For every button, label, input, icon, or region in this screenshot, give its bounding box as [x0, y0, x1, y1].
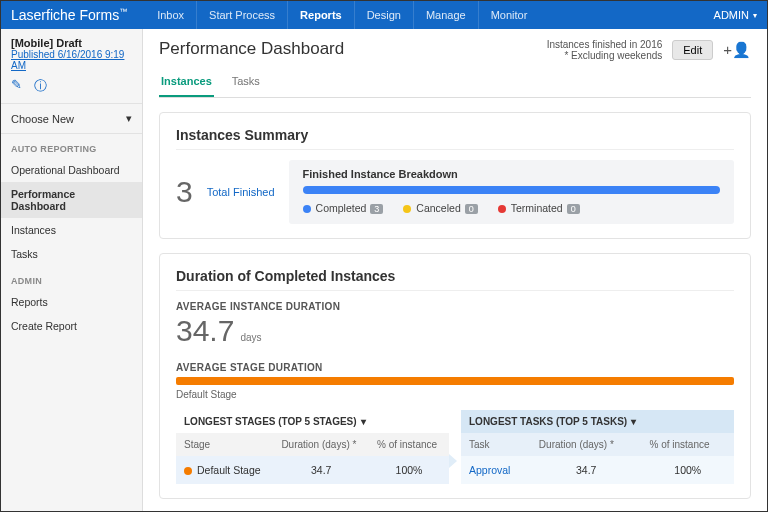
- avg-instance-value: 34.7: [176, 314, 234, 348]
- stage-cell: Default Stage: [176, 456, 273, 484]
- page-header-right: Instances finished in 2016 * Excluding w…: [547, 39, 751, 61]
- draft-title: [Mobile] Draft: [11, 37, 132, 49]
- duration-title: Duration of Completed Instances: [176, 268, 734, 291]
- tab-tasks[interactable]: Tasks: [230, 69, 262, 97]
- tab-instances[interactable]: Instances: [159, 69, 214, 97]
- sidebar: [Mobile] Draft Published 6/16/2016 9:19 …: [1, 29, 143, 511]
- legend-terminated: Terminated0: [498, 202, 580, 214]
- legend-terminated-count: 0: [567, 204, 580, 214]
- tasks-table: Task Duration (days) * % of instance App…: [461, 433, 734, 484]
- sidebar-item-create-report[interactable]: Create Report: [1, 314, 142, 338]
- nav-design[interactable]: Design: [354, 1, 413, 29]
- brand: Laserfiche Forms™: [11, 7, 127, 23]
- breakdown-title: Finished Instance Breakdown: [303, 168, 720, 180]
- nav-reports[interactable]: Reports: [287, 1, 354, 29]
- legend-completed: Completed3: [303, 202, 384, 214]
- table-row[interactable]: Default Stage 34.7 100%: [176, 456, 449, 484]
- brand-text: Laserfiche Forms: [11, 7, 119, 23]
- dot-red-icon: [498, 205, 506, 213]
- col-task[interactable]: Task: [461, 433, 531, 456]
- header-note-line1: Instances finished in 2016: [547, 39, 663, 50]
- stages-table: Stage Duration (days) * % of instance De…: [176, 433, 449, 484]
- choose-new-label: Choose New: [11, 113, 74, 125]
- stage-duration-cell: 34.7: [273, 456, 369, 484]
- legend-completed-label: Completed: [316, 202, 367, 214]
- edit-button[interactable]: Edit: [672, 40, 713, 60]
- choose-new-dropdown[interactable]: Choose New ▾: [1, 104, 142, 134]
- nav-start-process[interactable]: Start Process: [196, 1, 287, 29]
- sidebar-item-performance-dashboard[interactable]: Performance Dashboard: [1, 182, 142, 218]
- top-bar: Laserfiche Forms™ Inbox Start Process Re…: [1, 1, 767, 29]
- total-finished-link[interactable]: Total Finished: [207, 186, 275, 198]
- breakdown-bar: [303, 186, 720, 194]
- longest-stages-title: LONGEST STAGES (TOP 5 STAGES): [184, 416, 357, 427]
- stage-name: Default Stage: [197, 464, 261, 476]
- draft-icons: ✎ ⓘ: [11, 77, 132, 95]
- user-menu[interactable]: ADMIN▾: [714, 9, 757, 21]
- legend-canceled-label: Canceled: [416, 202, 460, 214]
- instances-summary-card: Instances Summary 3 Total Finished Finis…: [159, 112, 751, 239]
- nav-inbox[interactable]: Inbox: [145, 1, 196, 29]
- legend-canceled: Canceled0: [403, 202, 477, 214]
- main-content: Performance Dashboard Instances finished…: [143, 29, 767, 511]
- table-header-row: Task Duration (days) * % of instance: [461, 433, 734, 456]
- longest-tasks-header[interactable]: LONGEST TASKS (TOP 5 TASKS)▾: [461, 410, 734, 433]
- avg-instance-row: 34.7 days: [176, 314, 734, 348]
- col-pct[interactable]: % of instance: [642, 433, 734, 456]
- edit-icon[interactable]: ✎: [11, 77, 22, 95]
- add-person-icon[interactable]: +👤: [723, 41, 751, 59]
- sidebar-item-tasks[interactable]: Tasks: [1, 242, 142, 266]
- task-pct-cell: 100%: [642, 456, 734, 484]
- dot-orange-icon: [184, 467, 192, 475]
- dot-blue-icon: [303, 205, 311, 213]
- avg-stage-label: AVERAGE STAGE DURATION: [176, 362, 734, 373]
- avg-instance-unit: days: [240, 332, 261, 343]
- longest-stages-panel: LONGEST STAGES (TOP 5 STAGES)▾ Stage Dur…: [176, 410, 449, 484]
- page-title: Performance Dashboard: [159, 39, 344, 59]
- nav-monitor[interactable]: Monitor: [478, 1, 540, 29]
- caret-down-icon: ▾: [361, 416, 366, 427]
- summary-title: Instances Summary: [176, 127, 734, 150]
- table-row[interactable]: Approval 34.7 100%: [461, 456, 734, 484]
- tabs: Instances Tasks: [159, 69, 751, 98]
- trademark: ™: [119, 7, 127, 16]
- col-pct[interactable]: % of instance: [369, 433, 449, 456]
- dot-yellow-icon: [403, 205, 411, 213]
- sidebar-item-instances[interactable]: Instances: [1, 218, 142, 242]
- longest-panels: LONGEST STAGES (TOP 5 STAGES)▾ Stage Dur…: [176, 410, 734, 484]
- avg-instance-label: AVERAGE INSTANCE DURATION: [176, 301, 734, 312]
- default-stage-label: Default Stage: [176, 389, 734, 400]
- col-duration[interactable]: Duration (days) *: [531, 433, 642, 456]
- legend-terminated-label: Terminated: [511, 202, 563, 214]
- caret-down-icon: ▾: [753, 11, 757, 20]
- longest-tasks-title: LONGEST TASKS (TOP 5 TASKS): [469, 416, 627, 427]
- sidebar-group-auto: AUTO REPORTING: [1, 134, 142, 158]
- duration-card: Duration of Completed Instances AVERAGE …: [159, 253, 751, 499]
- header-note: Instances finished in 2016 * Excluding w…: [547, 39, 663, 61]
- page-header: Performance Dashboard Instances finished…: [159, 39, 751, 61]
- longest-stages-header[interactable]: LONGEST STAGES (TOP 5 STAGES)▾: [176, 410, 449, 433]
- summary-row: 3 Total Finished Finished Instance Break…: [176, 160, 734, 224]
- top-nav: Inbox Start Process Reports Design Manag…: [145, 1, 539, 29]
- draft-published-link[interactable]: Published 6/16/2016 9:19 AM: [11, 49, 132, 71]
- sidebar-item-reports[interactable]: Reports: [1, 290, 142, 314]
- header-note-line2: * Excluding weekends: [547, 50, 663, 61]
- legend-canceled-count: 0: [465, 204, 478, 214]
- stage-pct-cell: 100%: [369, 456, 449, 484]
- shell: [Mobile] Draft Published 6/16/2016 9:19 …: [1, 29, 767, 511]
- breakdown-legend: Completed3 Canceled0 Terminated0: [303, 202, 720, 214]
- nav-manage[interactable]: Manage: [413, 1, 478, 29]
- col-stage[interactable]: Stage: [176, 433, 273, 456]
- caret-down-icon: ▾: [631, 416, 636, 427]
- total-finished-count: 3: [176, 175, 193, 209]
- sidebar-draft-block: [Mobile] Draft Published 6/16/2016 9:19 …: [1, 29, 142, 104]
- col-duration[interactable]: Duration (days) *: [273, 433, 369, 456]
- avg-stage-bar: [176, 377, 734, 385]
- info-icon[interactable]: ⓘ: [34, 77, 47, 95]
- user-label: ADMIN: [714, 9, 749, 21]
- task-name-link[interactable]: Approval: [461, 456, 531, 484]
- legend-completed-count: 3: [370, 204, 383, 214]
- sidebar-item-operational-dashboard[interactable]: Operational Dashboard: [1, 158, 142, 182]
- longest-tasks-panel: LONGEST TASKS (TOP 5 TASKS)▾ Task Durati…: [461, 410, 734, 484]
- table-header-row: Stage Duration (days) * % of instance: [176, 433, 449, 456]
